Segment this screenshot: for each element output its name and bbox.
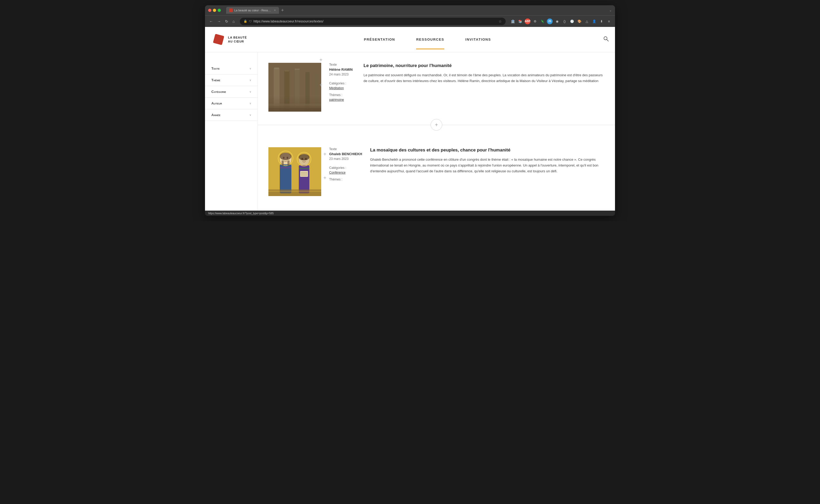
article-image-mosaic[interactable] <box>269 147 321 196</box>
nav-ressources[interactable]: Ressources <box>416 30 444 49</box>
browser-window: La beauté au cœur - Ressource × + ⌄ ← → … <box>205 5 615 216</box>
main-layout: Texte ∨ Thème ∨ Catégorie ∨ Auteur ∨ Ann… <box>205 52 615 211</box>
maximize-button[interactable] <box>218 9 221 12</box>
color-icon[interactable]: 🎨 <box>576 18 582 24</box>
chevron-down-icon: ∨ <box>250 67 251 70</box>
active-tab[interactable]: La beauté au cœur - Ressource × <box>226 7 279 14</box>
toolbar-icons: 🏦 📚 ABP ⚙ 🦎 25 ◉ () 🕐 🎨 △ 👤 ⬇ ≡ <box>510 18 612 24</box>
svg-rect-17 <box>269 63 321 112</box>
article-excerpt: Ghaleb Bencheikh a prononcé cette confér… <box>370 157 604 174</box>
shield-icon: 🛡 <box>249 20 252 23</box>
svg-line-2 <box>607 40 608 41</box>
security-icon: 🔒 <box>244 20 247 23</box>
notification-badge[interactable]: 25 <box>547 18 553 24</box>
article-author: Ghaleb BENCHIEKH <box>329 152 362 156</box>
download-icon[interactable]: ⬇ <box>598 18 604 24</box>
article-author: Hélène RAMIN <box>329 68 356 72</box>
extension-icon-1[interactable]: ⚙ <box>532 18 538 24</box>
site-header: La Beauté Au Cœur Présentation Ressource… <box>205 27 615 52</box>
article-card: + + Texte Ghaleb BENCHIEKH 23 mars 2023 … <box>258 137 615 210</box>
article-body: Le patrimoine, nourriture pour l'humanit… <box>364 63 604 112</box>
svg-rect-7 <box>274 109 279 111</box>
article-meta: Texte Ghaleb BENCHIEKH 23 mars 2023 Caté… <box>321 147 370 196</box>
article-date: 24 mars 2023 <box>329 73 356 76</box>
svg-point-1 <box>604 37 607 40</box>
status-url: https://www.labeauteaucoeur.fr/?post_typ… <box>208 212 274 215</box>
article-title[interactable]: La mosaïque des cultures et des peuples,… <box>370 147 604 153</box>
svg-point-26 <box>280 153 291 160</box>
nav-invitations[interactable]: Invitations <box>465 30 491 49</box>
svg-rect-28 <box>288 160 290 166</box>
status-bar: https://www.labeauteaucoeur.fr/?post_typ… <box>205 211 615 216</box>
article-category-link[interactable]: Conférence <box>329 171 362 174</box>
url-display[interactable]: https://www.labeauteaucoeur.fr/ressource… <box>253 20 323 23</box>
svg-rect-15 <box>269 106 321 108</box>
triangle-icon[interactable]: △ <box>584 18 589 24</box>
refresh-button[interactable]: ↻ <box>224 18 229 25</box>
page-content: La Beauté Au Cœur Présentation Ressource… <box>205 27 615 211</box>
article-body: La mosaïque des cultures et des peuples,… <box>370 147 604 196</box>
sidebar-filter-theme[interactable]: Thème ∨ <box>205 74 258 86</box>
heritage-svg <box>269 63 321 112</box>
bookmarks-icon[interactable]: 📚 <box>517 18 523 24</box>
search-button[interactable] <box>597 36 615 43</box>
bookmark-icon[interactable]: ☆ <box>498 19 502 23</box>
sidebar-filter-categorie[interactable]: Catégorie ∨ <box>205 86 258 98</box>
home-button[interactable]: ⌂ <box>232 18 236 25</box>
svg-rect-42 <box>269 191 321 192</box>
logo-diamond <box>212 32 226 47</box>
address-bar[interactable]: 🔒 🛡 https://www.labeauteaucoeur.fr/resso… <box>240 18 506 25</box>
chevron-down-icon: ∨ <box>250 79 251 82</box>
forward-button[interactable]: → <box>216 18 222 25</box>
sidebar: Texte ∨ Thème ∨ Catégorie ∨ Auteur ∨ Ann… <box>205 52 258 211</box>
sidebar-filter-auteur[interactable]: Auteur ∨ <box>205 98 258 109</box>
sidebar-filter-annee[interactable]: Année ∨ <box>205 109 258 121</box>
content-area: + + Texte Hélène RAMIN 24 mars 2023 Caté… <box>258 52 615 211</box>
adblock-icon[interactable]: ABP <box>525 18 530 24</box>
article-type: Texte <box>329 63 356 66</box>
clock-icon[interactable]: 🕐 <box>569 18 575 24</box>
article-date: 23 mars 2023 <box>329 157 362 161</box>
add-icon-top-2[interactable]: + <box>323 151 327 157</box>
svg-point-34 <box>299 154 309 160</box>
profile-icon[interactable]: 👤 <box>591 18 597 24</box>
themes-label: Thèmes : <box>329 93 356 97</box>
browser-titlebar: La beauté au cœur - Ressource × + ⌄ <box>205 5 615 15</box>
article-excerpt: Le patrimoine est souvent défiguré ou ma… <box>364 72 604 84</box>
extension-icon-4[interactable]: () <box>562 18 567 24</box>
tab-close-button[interactable]: × <box>274 8 276 12</box>
extension-icon-2[interactable]: 🦎 <box>539 18 545 24</box>
site-logo[interactable]: La Beauté Au Cœur <box>205 27 258 52</box>
browser-toolbar: ← → ↻ ⌂ 🔒 🛡 https://www.labeauteaucoeur.… <box>205 15 615 27</box>
article-category-link[interactable]: Méditation <box>329 86 356 90</box>
nav-presentation[interactable]: Présentation <box>364 30 395 49</box>
sidebar-filter-texte[interactable]: Texte ∨ <box>205 63 258 74</box>
pocket-icon[interactable]: 🏦 <box>510 18 516 24</box>
close-button[interactable] <box>208 9 212 12</box>
svg-rect-41 <box>269 189 321 196</box>
tab-list-chevron[interactable]: ⌄ <box>609 8 612 12</box>
back-button[interactable]: ← <box>208 18 214 25</box>
svg-rect-14 <box>269 104 321 106</box>
extension-icon-3[interactable]: ◉ <box>554 18 560 24</box>
chevron-down-icon: ∨ <box>250 102 251 105</box>
chevron-down-icon: ∨ <box>250 90 251 93</box>
article-image-heritage[interactable] <box>269 63 321 112</box>
new-tab-button[interactable]: + <box>281 8 284 13</box>
add-icon-middle[interactable]: + <box>319 82 323 88</box>
svg-rect-16 <box>269 108 321 112</box>
expand-circle[interactable]: + <box>431 119 442 131</box>
article-theme-link[interactable]: patrimoine <box>329 98 356 102</box>
traffic-lights <box>208 9 221 12</box>
menu-icon[interactable]: ≡ <box>606 18 612 24</box>
article-card: + + Texte Hélène RAMIN 24 mars 2023 Caté… <box>258 52 615 125</box>
add-icon-top[interactable]: + <box>319 57 323 63</box>
svg-rect-39 <box>280 167 291 168</box>
add-icon-middle-2[interactable]: + <box>323 175 327 181</box>
article-meta: Texte Hélène RAMIN 24 mars 2023 Catégori… <box>321 63 364 112</box>
minimize-button[interactable] <box>213 9 216 12</box>
chevron-down-icon: ∨ <box>250 113 251 116</box>
svg-rect-0 <box>213 34 224 45</box>
categories-label: Catégories : <box>329 166 362 170</box>
article-title[interactable]: Le patrimoine, nourriture pour l'humanit… <box>364 63 604 69</box>
